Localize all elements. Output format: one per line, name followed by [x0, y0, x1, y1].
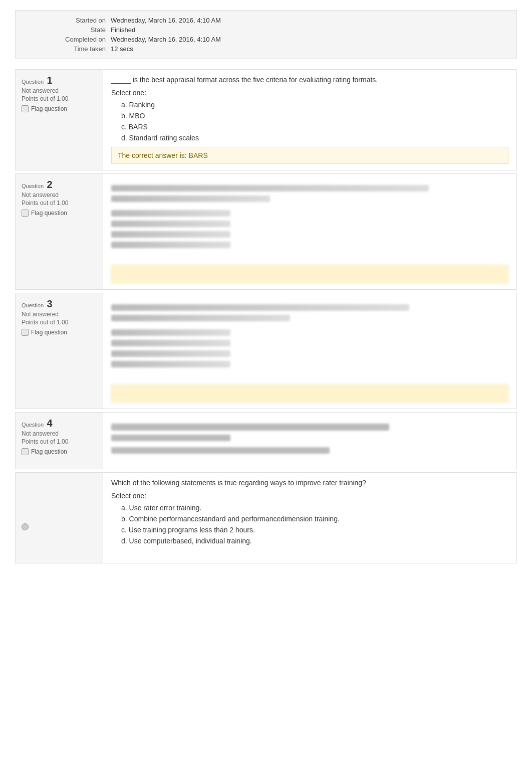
started-on-value: Wednesday, March 16, 2016, 4:10 AM — [111, 17, 506, 24]
question-block-4: Question 4 Not answered Points out of 1.… — [15, 412, 517, 469]
q1-options-list: a. Ranking b. MBO c. BARS d. Standard ra… — [121, 101, 508, 142]
question-sidebar-1: Question 1 Not answered Points out of 1.… — [16, 70, 103, 170]
q1-option-a-letter: a. — [121, 101, 129, 109]
question-sidebar-2: Question 2 Not answered Points out of 1.… — [16, 174, 103, 289]
q3-flag-label: Flag question — [31, 329, 67, 336]
q4-blur-1 — [111, 424, 389, 431]
q4-blur-2 — [111, 435, 230, 441]
completed-on-label: Completed on — [26, 36, 106, 43]
q1-option-c-letter: c. — [121, 123, 129, 131]
q1-label: Question — [22, 79, 45, 85]
question-sidebar-5-partial — [16, 473, 103, 563]
q3-blur-4 — [111, 340, 230, 346]
q2-flag-checkbox[interactable] — [22, 210, 29, 217]
q2-flag-area: Flag question — [22, 210, 97, 217]
q1-option-b-text: MBO — [129, 112, 145, 120]
q4-flag-checkbox[interactable] — [22, 448, 29, 455]
time-taken-value: 12 secs — [111, 45, 506, 53]
q3-blur-2 — [111, 315, 290, 321]
q4-status: Not answered — [22, 430, 97, 437]
state-value: Finished — [111, 26, 506, 34]
state-label: State — [26, 26, 106, 34]
q2-status: Not answered — [22, 191, 97, 199]
q3-blurred — [111, 299, 508, 379]
q5-option-c-text: Use training programs less than 2 hours. — [129, 526, 255, 534]
q5-content-partial: Which of the following statements is tru… — [103, 473, 516, 563]
q4-number: 4 — [47, 418, 52, 429]
q3-flag-area: Flag question — [22, 329, 97, 336]
q5-option-b[interactable]: b. Combine performancestandard and perfo… — [121, 515, 508, 523]
q1-text: _____ is the best appraisal format acros… — [111, 76, 508, 84]
q5-option-c-letter: c. — [121, 526, 129, 534]
q1-option-b[interactable]: b. MBO — [121, 112, 508, 120]
q5-option-a-text: Use rater error training. — [129, 504, 202, 512]
q2-label: Question — [22, 183, 45, 189]
q1-correct-answer: The correct answer is: BARS — [111, 147, 508, 164]
q2-answer-blurred — [111, 265, 508, 283]
q3-status: Not answered — [22, 311, 97, 318]
q3-points: Points out of 1.00 — [22, 319, 97, 326]
q1-status: Not answered — [22, 87, 97, 94]
q1-number: 1 — [47, 75, 52, 86]
q4-blurred — [111, 419, 508, 463]
q4-points: Points out of 1.00 — [22, 438, 97, 445]
q2-flag-label: Flag question — [31, 210, 67, 217]
q5-options-list: a. Use rater error training. b. Combine … — [121, 504, 508, 545]
q3-number: 3 — [47, 298, 52, 309]
q1-flag-area: Flag question — [22, 105, 97, 112]
q1-select-one: Select one: — [111, 89, 508, 97]
q3-blur-3 — [111, 329, 230, 336]
q5-option-d-letter: d. — [121, 537, 129, 545]
q5-option-a-letter: a. — [121, 504, 129, 512]
q5-select-one: Select one: — [111, 492, 508, 500]
q1-content: _____ is the best appraisal format acros… — [103, 70, 516, 170]
question-sidebar-3: Question 3 Not answered Points out of 1.… — [16, 293, 103, 409]
question-block-5-partial: Which of the following statements is tru… — [15, 472, 517, 563]
q2-blurred — [111, 180, 508, 260]
q1-option-b-letter: b. — [121, 112, 129, 120]
q1-flag-checkbox[interactable] — [22, 105, 29, 112]
q1-option-a-text: Ranking — [129, 101, 155, 109]
q1-option-a[interactable]: a. Ranking — [121, 101, 508, 109]
q4-flag-label: Flag question — [31, 448, 67, 455]
q2-number: 2 — [47, 179, 52, 190]
time-taken-label: Time taken — [26, 45, 106, 53]
q4-blur-3 — [111, 447, 330, 454]
question-block-1: Question 1 Not answered Points out of 1.… — [15, 69, 517, 170]
q1-option-c[interactable]: c. BARS — [121, 123, 508, 131]
question-block-3: Question 3 Not answered Points out of 1.… — [15, 293, 517, 409]
question-sidebar-4: Question 4 Not answered Points out of 1.… — [16, 413, 103, 469]
q2-blur-2 — [111, 196, 270, 202]
started-on-label: Started on — [26, 17, 106, 24]
q1-option-c-text: BARS — [129, 123, 148, 131]
q2-blur-1 — [111, 185, 429, 191]
q1-option-d-letter: d. — [121, 134, 129, 142]
q5-radio-selected — [22, 523, 29, 530]
q3-flag-checkbox[interactable] — [22, 329, 29, 336]
q5-option-b-text: Combine performancestandard and performa… — [129, 515, 340, 523]
q5-option-c[interactable]: c. Use training programs less than 2 hou… — [121, 526, 508, 534]
q1-points: Points out of 1.00 — [22, 95, 97, 102]
question-block-2: Question 2 Not answered Points out of 1.… — [15, 173, 517, 290]
q4-content — [103, 413, 516, 469]
q3-blur-1 — [111, 304, 409, 311]
summary-table: Started on Wednesday, March 16, 2016, 4:… — [15, 10, 517, 59]
q1-option-d[interactable]: d. Standard rating scales — [121, 134, 508, 142]
q3-content — [103, 293, 516, 409]
q2-blur-4 — [111, 221, 230, 227]
q4-label: Question — [22, 422, 45, 428]
q2-content — [103, 174, 516, 289]
q2-blur-3 — [111, 210, 230, 217]
page-container: Started on Wednesday, March 16, 2016, 4:… — [0, 0, 532, 576]
q1-option-d-text: Standard rating scales — [129, 134, 199, 142]
q5-text: Which of the following statements is tru… — [111, 479, 508, 487]
q4-flag-area: Flag question — [22, 448, 97, 455]
q3-answer-blurred — [111, 384, 508, 403]
q5-option-d[interactable]: d. Use computerbased, individual trainin… — [121, 537, 508, 545]
completed-on-value: Wednesday, March 16, 2016, 4:10 AM — [111, 36, 506, 43]
q5-option-d-text: Use computerbased, individual training. — [129, 537, 252, 545]
q5-option-a[interactable]: a. Use rater error training. — [121, 504, 508, 512]
q2-blur-6 — [111, 242, 230, 248]
q5-option-b-letter: b. — [121, 515, 129, 523]
q3-label: Question — [22, 302, 45, 308]
